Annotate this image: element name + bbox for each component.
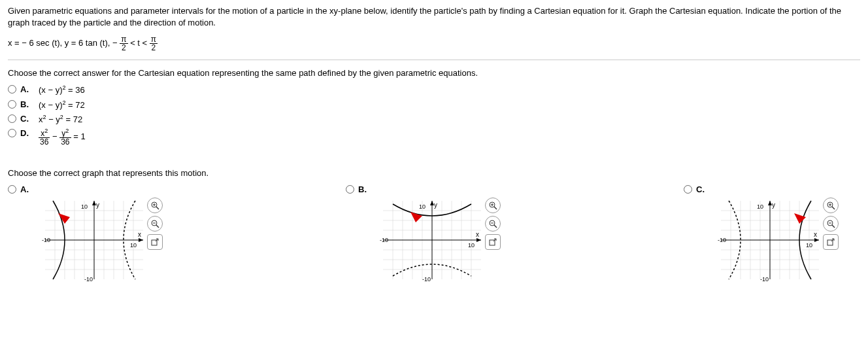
- svg-text:y: y: [772, 201, 775, 209]
- cartesian-choice-b: B. (x − y)2 = 72: [8, 99, 860, 110]
- svg-text:y: y: [96, 201, 99, 209]
- zoom-out-icon[interactable]: [823, 216, 839, 232]
- label-graph-c: C.: [696, 184, 708, 194]
- graph-choice-b: B. y x 10 -10: [346, 184, 501, 283]
- radio-graph-c[interactable]: [684, 185, 692, 194]
- zoom-out-icon[interactable]: [485, 216, 501, 232]
- label-graph-b: B.: [358, 184, 370, 194]
- cartesian-choice-d: D. x236 − y236 = 1: [8, 128, 860, 146]
- svg-text:-10: -10: [718, 237, 726, 243]
- popout-icon[interactable]: [485, 234, 501, 250]
- popout-icon[interactable]: [823, 234, 839, 250]
- svg-text:x: x: [814, 231, 817, 238]
- graph-prompt: Choose the correct graph that represents…: [8, 168, 860, 178]
- svg-line-26: [156, 207, 159, 209]
- divider: [8, 60, 860, 60]
- svg-text:10: 10: [130, 242, 137, 249]
- cartesian-choice-a: A. (x − y)2 = 36: [8, 84, 860, 95]
- svg-marker-50: [476, 238, 481, 242]
- svg-text:-10: -10: [760, 276, 769, 283]
- svg-text:-10: -10: [422, 276, 431, 283]
- eq-prefix: x = − 6 sec (t), y = 6 tan (t), −: [8, 38, 120, 48]
- svg-line-94: [832, 207, 835, 209]
- svg-text:x: x: [138, 231, 141, 238]
- label-a: A.: [20, 84, 32, 94]
- svg-text:10: 10: [757, 203, 763, 210]
- svg-text:-10: -10: [42, 237, 50, 243]
- cartesian-choice-c: C. x2 − y2 = 72: [8, 114, 860, 124]
- svg-text:y: y: [434, 201, 437, 209]
- problem-intro: Given parametric equations and parameter…: [8, 5, 860, 29]
- svg-text:10: 10: [81, 203, 88, 210]
- parametric-equation: x = − 6 sec (t), y = 6 tan (t), − π2 < t…: [8, 35, 860, 52]
- svg-line-30: [156, 225, 159, 228]
- eq-mid: < t <: [128, 38, 150, 48]
- zoom-in-icon[interactable]: [485, 198, 501, 213]
- svg-text:10: 10: [806, 242, 812, 249]
- content-a: (x − y)2 = 36: [39, 84, 85, 95]
- svg-marker-18: [58, 213, 70, 224]
- radio-graph-a[interactable]: [8, 185, 16, 194]
- svg-line-98: [832, 225, 835, 228]
- svg-text:-10: -10: [380, 237, 388, 243]
- popout-icon[interactable]: [147, 234, 163, 250]
- graph-a-plot: y x 10 -10 -10 10: [39, 198, 143, 283]
- svg-line-64: [494, 225, 497, 228]
- graph-choices-row: A. y x 10 -10: [8, 184, 860, 283]
- graph-b-plot: y x 10 -10 -10 10: [376, 198, 481, 283]
- svg-text:10: 10: [468, 242, 475, 249]
- label-c: C.: [20, 114, 32, 124]
- content-b: (x − y)2 = 72: [39, 99, 85, 110]
- graph-choice-c: C. y x 10 -10: [684, 184, 839, 283]
- content-d: x236 − y236 = 1: [39, 128, 86, 146]
- content-c: x2 − y2 = 72: [39, 114, 82, 124]
- radio-c[interactable]: [8, 114, 16, 123]
- radio-d[interactable]: [8, 129, 16, 137]
- svg-text:10: 10: [419, 203, 426, 210]
- zoom-in-icon[interactable]: [147, 198, 163, 213]
- label-graph-a: A.: [20, 184, 32, 194]
- label-d: D.: [20, 128, 32, 138]
- radio-b[interactable]: [8, 100, 16, 109]
- svg-text:-10: -10: [84, 276, 93, 283]
- zoom-out-icon[interactable]: [147, 216, 163, 232]
- zoom-in-icon[interactable]: [823, 198, 839, 213]
- radio-a[interactable]: [8, 85, 16, 94]
- svg-line-60: [494, 207, 497, 209]
- frac-neg: π2: [120, 35, 127, 52]
- graph-c-plot: y x 10 -10 -10 10: [714, 198, 819, 283]
- svg-marker-16: [139, 238, 143, 242]
- radio-graph-b[interactable]: [346, 185, 354, 194]
- svg-text:x: x: [476, 231, 479, 238]
- graph-choice-a: A. y x 10 -10: [8, 184, 163, 283]
- label-b: B.: [20, 99, 32, 109]
- frac-pos: π2: [150, 35, 158, 52]
- svg-marker-84: [814, 238, 819, 242]
- cartesian-prompt: Choose the correct answer for the Cartes…: [8, 68, 860, 78]
